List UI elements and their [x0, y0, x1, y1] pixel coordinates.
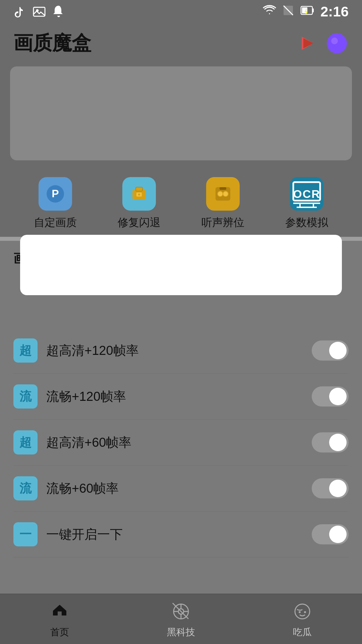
svg-rect-6 [312, 8, 314, 12]
photo-icon [33, 5, 46, 18]
setting-smooth-120[interactable]: 流 流畅+120帧率 [13, 374, 349, 420]
profile-button[interactable] [325, 32, 349, 55]
status-time: 2:16 [320, 4, 349, 20]
ultra-hd-60-label: 超高清+60帧率 [46, 434, 312, 451]
settings-area: 画质修改 超 超高清+120帧率 流 流畅+120帧率 超 超高清+60帧率 流… [0, 241, 362, 611]
banner-area [10, 66, 352, 160]
app-title: 画质魔盒 [13, 30, 91, 56]
svg-point-19 [223, 191, 228, 197]
ultra-hd-120-badge: 超 [13, 338, 38, 363]
bottom-nav: 首页 黑科技 吃瓜 [0, 594, 362, 644]
feature-custom-quality[interactable]: P 自定画质 [34, 177, 77, 230]
svg-marker-8 [303, 38, 313, 48]
fix-crash-label: 修复闪退 [118, 215, 161, 230]
setting-ultra-hd-120[interactable]: 超 超高清+120帧率 [13, 328, 349, 374]
play-button[interactable] [295, 32, 318, 55]
smooth-60-label: 流畅+60帧率 [46, 480, 312, 497]
nav-eat-melon[interactable]: 吃瓜 [291, 600, 314, 639]
custom-quality-icon: P [39, 177, 72, 211]
nav-black-tech[interactable]: 黑科技 [167, 600, 195, 639]
svg-point-36 [299, 611, 301, 613]
all-open-badge: 一 [13, 522, 38, 546]
svg-text:OCR: OCR [293, 187, 320, 200]
black-tech-label: 黑科技 [167, 626, 195, 639]
svg-point-10 [331, 38, 338, 44]
feature-param-sim[interactable]: OCR 参数模拟 [285, 177, 328, 230]
header-actions [295, 32, 349, 55]
home-icon [48, 600, 71, 623]
svg-point-16 [138, 194, 140, 196]
feature-row: P 自定画质 修复闪退 听声辨位 [0, 164, 362, 237]
svg-rect-0 [34, 7, 45, 16]
status-icons-right: 2:16 [263, 4, 349, 20]
white-overlay-card [20, 235, 342, 295]
status-icons-left [13, 5, 65, 18]
bell-icon [52, 5, 65, 18]
all-open-label: 一键开启一下 [46, 526, 312, 543]
eat-melon-label: 吃瓜 [293, 626, 312, 639]
setting-ultra-hd-60[interactable]: 超 超高清+60帧率 [13, 420, 349, 466]
battery-icon [300, 4, 314, 19]
setting-all-open[interactable]: 一 一键开启一下 [13, 512, 349, 557]
tiktok-icon [13, 5, 26, 18]
home-label: 首页 [50, 626, 69, 639]
ultra-hd-120-label: 超高清+120帧率 [46, 342, 312, 359]
ultra-hd-60-toggle[interactable] [312, 432, 349, 452]
eat-melon-icon [291, 600, 314, 623]
smooth-120-badge: 流 [13, 384, 38, 409]
setting-smooth-60[interactable]: 流 流畅+60帧率 [13, 466, 349, 512]
status-bar: 2:16 [0, 0, 362, 23]
sound-locate-label: 听声辨位 [201, 215, 244, 230]
sound-locate-icon [206, 177, 240, 211]
app-header: 画质魔盒 [0, 23, 362, 63]
smooth-120-toggle[interactable] [312, 386, 349, 407]
wifi-icon [263, 5, 276, 18]
sim-icon [282, 4, 294, 19]
nav-home[interactable]: 首页 [48, 600, 71, 639]
ultra-hd-120-toggle[interactable] [312, 340, 349, 361]
smooth-60-toggle[interactable] [312, 478, 349, 498]
feature-fix-crash[interactable]: 修复闪退 [118, 177, 161, 230]
smooth-60-badge: 流 [13, 476, 38, 500]
svg-point-37 [304, 611, 306, 613]
feature-sound-locate[interactable]: 听声辨位 [201, 177, 244, 230]
param-sim-label: 参数模拟 [285, 215, 328, 230]
ultra-hd-60-badge: 超 [13, 430, 38, 454]
svg-rect-14 [136, 187, 142, 191]
black-tech-icon [169, 600, 193, 623]
svg-text:P: P [52, 187, 59, 200]
param-sim-icon: OCR [290, 177, 323, 211]
svg-point-35 [295, 604, 310, 619]
fix-crash-icon [122, 177, 156, 211]
all-open-toggle[interactable] [312, 524, 349, 544]
svg-point-18 [218, 191, 223, 197]
custom-quality-label: 自定画质 [34, 215, 77, 230]
smooth-120-label: 流畅+120帧率 [46, 388, 312, 405]
svg-rect-20 [220, 187, 226, 190]
